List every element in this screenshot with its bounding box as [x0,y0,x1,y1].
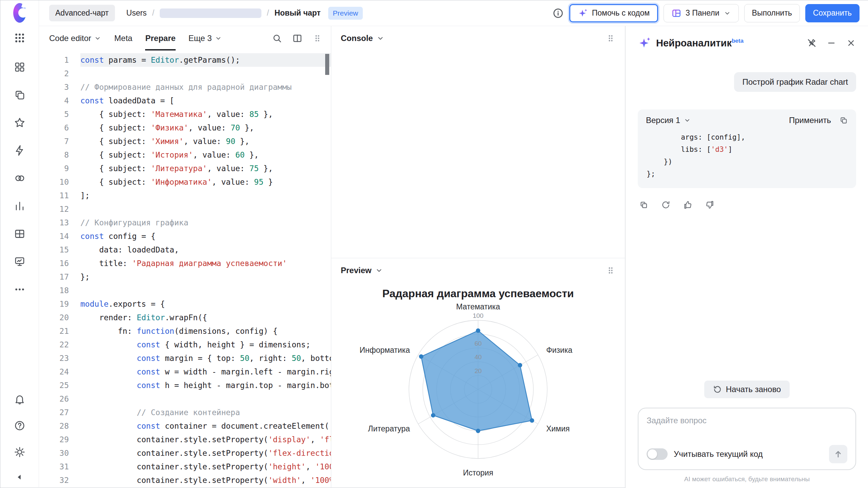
panels-layout-button[interactable]: 3 Панели [664,4,739,22]
breadcrumb-redacted-segment[interactable] [160,8,261,18]
context-toggle[interactable] [647,448,668,460]
context-toggle-label: Учитывать текущий код [674,449,763,459]
code-line: 21 fn: function(dimensions, config) { [39,324,331,338]
code-editor-panel: Code editor Meta Prepare Еще 3 1const pa… [39,26,331,488]
close-icon[interactable] [846,38,856,48]
code-line: 30 container.style.setProperty('flex-dir… [39,446,331,460]
code-line: 26 [39,392,331,406]
search-icon[interactable] [272,33,282,43]
chevron-down-icon[interactable] [375,266,383,274]
chevron-down-icon[interactable] [376,34,384,42]
save-button[interactable]: Сохранить [805,4,860,22]
split-view-icon[interactable] [292,33,302,43]
top-header: Advanced-чарт Users / / Новый чарт Previ… [39,0,868,26]
code-line: 6 { subject: 'Физика', value: 70 }, [39,121,331,135]
code-line: 3// Формирование данных для радарной диа… [39,80,331,94]
tab-code-editor[interactable]: Code editor [49,26,101,50]
code-line: 9 { subject: 'Литература', value: 75 }, [39,162,331,175]
notifications-bell-icon[interactable] [13,393,26,406]
svg-text:Физика: Физика [546,346,572,354]
layers-icon[interactable] [13,88,26,101]
breadcrumb: Users / / Новый чарт Preview [126,7,363,20]
minimize-icon[interactable] [826,38,836,48]
code-line: 7 { subject: 'Химия', value: 90 }, [39,135,331,148]
collapse-sidebar-icon[interactable] [13,471,26,484]
unpin-icon[interactable] [807,38,817,48]
regenerate-icon[interactable] [661,200,670,209]
version-dropdown[interactable]: Версия 1 [646,116,691,125]
send-button[interactable] [829,445,847,463]
preview-panel: Preview Радарная диаграмма успеваемости … [331,258,625,488]
drag-handle-icon[interactable] [606,34,615,43]
copy-icon[interactable] [639,200,648,209]
presentation-icon[interactable] [13,255,26,268]
ask-input-card: Учитывать текущий код [638,408,856,470]
code-line: 25 const h = height - margin.top - margi… [39,379,331,392]
code-line: 16 title: 'Радарная диаграмма успеваемос… [39,257,331,270]
console-panel: Console [331,26,625,258]
assistant-code-line: libs: ['d3'] [647,143,847,156]
info-icon[interactable] [552,7,564,19]
app-window: Advanced-чарт Users / / Новый чарт Previ… [0,0,868,488]
tab-meta[interactable]: Meta [114,26,132,50]
tab-more[interactable]: Еще 3 [189,26,222,50]
apply-button[interactable]: Применить [789,116,831,125]
copy-icon[interactable] [839,116,848,125]
console-title: Console [341,34,373,43]
favorites-star-icon[interactable] [13,116,26,129]
run-button[interactable]: Выполнить [744,4,800,22]
radar-chart-title: Радарная диаграмма успеваемости [331,287,625,300]
charts-icon[interactable] [13,200,26,212]
restart-button[interactable]: Начать заново [704,381,790,398]
help-icon[interactable] [13,419,26,432]
apps-grid-icon[interactable] [13,32,26,44]
code-line: 27 // Создание контейнера [39,406,331,419]
thumbs-down-icon[interactable] [705,200,714,209]
code-line: 11]; [39,189,331,202]
code-line: 20 render: Editor.wrapFn({ [39,311,331,324]
preview-title: Preview [341,266,372,275]
question-input[interactable] [647,416,847,425]
neuroanalyst-panel: Нейроаналитикbeta Построй график Radar c… [625,26,868,488]
dashboards-icon[interactable] [13,61,26,74]
tables-icon[interactable] [13,227,26,240]
svg-text:Химия: Химия [546,424,570,433]
assistant-response-card: Версия 1 Применить args: [config], libs:… [638,109,856,188]
settings-gear-icon[interactable] [13,446,26,459]
svg-text:100: 100 [473,312,484,319]
drag-handle-icon[interactable] [606,266,615,275]
code-line: 10 { subject: 'Информатика', value: 95 } [39,175,331,189]
drag-handle-icon[interactable] [313,34,322,43]
code-line: 15 data: loadedData, [39,243,331,257]
code-line: 8 { subject: 'История', value: 60 }, [39,148,331,162]
editor-tab-bar: Code editor Meta Prepare Еще 3 [39,26,331,50]
tab-prepare[interactable]: Prepare [145,26,175,50]
thumbs-up-icon[interactable] [683,200,692,209]
code-editor-area[interactable]: 1const params = Editor.getParams();23// … [39,50,331,488]
user-message-bubble: Построй график Radar chart [734,72,856,92]
editor-scrollbar-thumb[interactable] [325,54,329,75]
assistant-code-snippet: args: [config], libs: ['d3'] })}; [638,128,856,188]
code-line: 2 [39,67,331,80]
console-output [331,50,625,258]
code-line: 5 { subject: 'Математика', value: 85 }, [39,107,331,121]
quick-actions-icon[interactable] [13,144,26,157]
output-column: Console Preview Радарная диаграмма успев… [331,26,625,488]
send-arrow-icon [833,449,843,459]
help-with-code-button[interactable]: Помочь с кодом [569,4,658,22]
more-icon[interactable] [13,283,26,296]
code-line: 13// Конфигурация графика [39,216,331,229]
lenses-icon[interactable] [13,172,26,185]
beta-badge: beta [732,38,744,44]
code-line: 22 const { width, height } = dimensions; [39,338,331,351]
breadcrumb-root[interactable]: Users [126,8,147,18]
assistant-code-line: }; [647,168,847,180]
feedback-row [638,200,856,209]
datalens-logo-icon[interactable] [13,6,26,19]
code-line: 14const config = { [39,229,331,243]
entity-type-chip: Advanced-чарт [49,5,115,21]
panels-icon [671,8,682,18]
svg-text:20: 20 [474,367,481,374]
code-line: 19module.exports = { [39,297,331,311]
code-line: 31 container.style.setProperty('height',… [39,460,331,473]
